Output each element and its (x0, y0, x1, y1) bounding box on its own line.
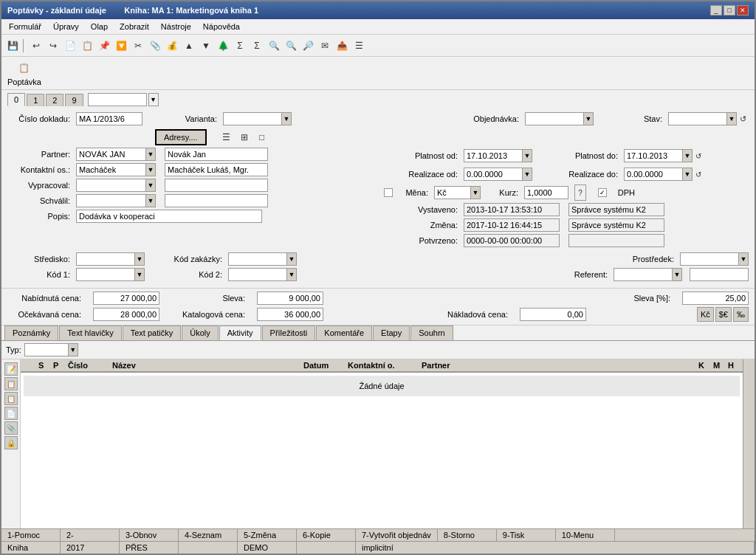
minimize-button[interactable]: _ (710, 5, 722, 15)
schvalil-name-input[interactable] (165, 194, 268, 207)
platnost-od-dropdown[interactable]: ▼ (522, 149, 532, 162)
close-button[interactable]: ✕ (737, 5, 749, 15)
kod2-input[interactable] (228, 268, 287, 281)
prostredek-input[interactable] (680, 252, 739, 266)
stav-input[interactable] (668, 112, 727, 125)
status-f6[interactable]: 6-Kopie (297, 529, 356, 541)
tab-top-1[interactable]: 1 (27, 94, 44, 106)
vypracoval-input[interactable] (76, 179, 146, 192)
tb-down[interactable]: ▼ (198, 38, 214, 54)
sleva-input[interactable] (257, 292, 323, 305)
tab-top-9[interactable]: 9 (65, 94, 83, 106)
tab-souhrn[interactable]: Souhrn (410, 325, 453, 340)
stav-dropdown[interactable]: ▼ (726, 112, 737, 125)
status-f3[interactable]: 3-Obnov (120, 529, 179, 541)
realizace-od-input[interactable] (464, 168, 523, 181)
realizace-od-dropdown[interactable]: ▼ (522, 168, 532, 181)
tb-money[interactable]: 💰 (164, 38, 180, 54)
stav-info-btn[interactable]: ↺ (737, 111, 749, 127)
kod-zakazky-input[interactable] (228, 252, 287, 266)
tb-copy[interactable]: 📋 (79, 38, 95, 54)
prostredek-dropdown[interactable]: ▼ (738, 252, 749, 266)
tb-search2[interactable]: 🔍 (283, 38, 299, 54)
tb-email[interactable]: ✉ (317, 38, 333, 54)
tb-search1[interactable]: 🔍 (266, 38, 282, 54)
platnost-do-dropdown[interactable]: ▼ (682, 149, 693, 162)
status-f10[interactable]: 10-Menu (556, 529, 615, 541)
stredisko-dropdown[interactable]: ▼ (134, 252, 145, 266)
partner-name-input[interactable] (165, 148, 268, 161)
tab-komentare[interactable]: Komentáře (316, 325, 372, 340)
status-f8[interactable]: 8-Storno (438, 529, 497, 541)
menu-upravy[interactable]: Úpravy (49, 21, 83, 32)
partner-code-input[interactable] (76, 148, 146, 161)
copy2-row-btn[interactable]: 📋 (4, 392, 18, 405)
tb-paste[interactable]: 📌 (96, 38, 112, 54)
vypracoval-name-input[interactable] (165, 179, 268, 192)
tb-cut[interactable]: ✂ (130, 38, 146, 54)
kurz-help-btn[interactable]: ? (574, 185, 586, 201)
nakladova-input[interactable] (520, 308, 586, 321)
schvalil-dropdown[interactable]: ▼ (145, 194, 156, 207)
status-f5[interactable]: 5-Změna (238, 529, 297, 541)
objednavka-dropdown[interactable]: ▼ (583, 112, 594, 125)
kurz-input[interactable] (524, 186, 568, 199)
tb-redo[interactable]: ↪ (45, 38, 61, 54)
menu-napoveda[interactable]: Nápověda (199, 21, 244, 32)
tab-dropdown[interactable]: ▼ (148, 93, 159, 106)
mena-input[interactable] (434, 186, 471, 199)
kod2-dropdown[interactable]: ▼ (286, 268, 297, 281)
tab-aktivity[interactable]: Aktivity (219, 325, 261, 340)
platnost-od-input[interactable] (464, 149, 523, 162)
kontaktni-dropdown[interactable]: ▼ (145, 163, 156, 176)
referent-input[interactable] (614, 268, 673, 281)
scrollbar-vertical[interactable] (743, 359, 755, 528)
varianta-input[interactable] (223, 112, 282, 125)
copy-row-btn[interactable]: 📋 (4, 377, 18, 390)
adresy-button[interactable]: Adresy.... (155, 129, 207, 145)
platnost-refresh-btn[interactable]: ↺ (693, 148, 704, 164)
tab-text-hlavicky[interactable]: Text hlavičky (59, 325, 121, 340)
referent-dropdown[interactable]: ▼ (672, 268, 682, 281)
tb-export[interactable]: 📤 (334, 38, 350, 54)
tab-ukoly[interactable]: Úkoly (182, 325, 219, 340)
katalogova-input[interactable] (257, 308, 323, 321)
tb-up[interactable]: ▲ (181, 38, 197, 54)
partner-dropdown[interactable]: ▼ (145, 148, 156, 161)
kontaktni-code-input[interactable] (76, 163, 146, 176)
status-f2[interactable]: 2- (61, 529, 120, 541)
typ-input[interactable] (24, 343, 69, 356)
fin-pct-btn[interactable]: ‰ (733, 307, 749, 322)
stredisko-input[interactable] (76, 252, 135, 266)
kod-zakazky-dropdown[interactable]: ▼ (286, 252, 297, 266)
nabidnuta-input[interactable] (93, 292, 159, 305)
fin-eur-btn[interactable]: $€ (715, 307, 732, 322)
tb-new[interactable]: 📄 (62, 38, 78, 54)
status-f7[interactable]: 7-Vytvořit objednáv (356, 529, 438, 541)
tab-etapy[interactable]: Etapy (373, 325, 410, 340)
cislo-dokladu-input[interactable] (76, 112, 142, 125)
status-f1[interactable]: 1-Pomoc (1, 529, 61, 541)
typ-dropdown[interactable]: ▼ (68, 343, 78, 356)
tab-text-paticky[interactable]: Text patičky (123, 325, 181, 340)
menu-olap[interactable]: Olap (86, 21, 112, 32)
lock-row-btn[interactable]: 🔒 (4, 436, 18, 449)
doc-type-icon[interactable]: 📋 (16, 60, 32, 76)
tab-top-2[interactable]: 2 (46, 94, 63, 106)
sleva-pct-input[interactable] (682, 292, 749, 305)
tab-poznamky[interactable]: Poznámky (4, 325, 58, 340)
fin-kc-btn[interactable]: Kč (697, 307, 714, 322)
varianta-dropdown[interactable]: ▼ (281, 112, 292, 125)
menu-formulare[interactable]: Formulář (4, 21, 46, 32)
vypracoval-dropdown[interactable]: ▼ (145, 179, 156, 192)
realizace-do-dropdown[interactable]: ▼ (682, 168, 693, 181)
attach-row-btn[interactable]: 📎 (4, 421, 18, 435)
status-f9[interactable]: 9-Tisk (497, 529, 556, 541)
tb-sum2[interactable]: Σ (249, 38, 265, 54)
view-grid-icon[interactable]: ⊞ (236, 129, 252, 145)
tb-tree[interactable]: 🌲 (215, 38, 231, 54)
platnost-do-input[interactable] (624, 149, 683, 162)
mena-checkbox[interactable] (384, 188, 393, 197)
realizace-do-input[interactable] (624, 168, 683, 181)
schvalil-input[interactable] (76, 194, 146, 207)
